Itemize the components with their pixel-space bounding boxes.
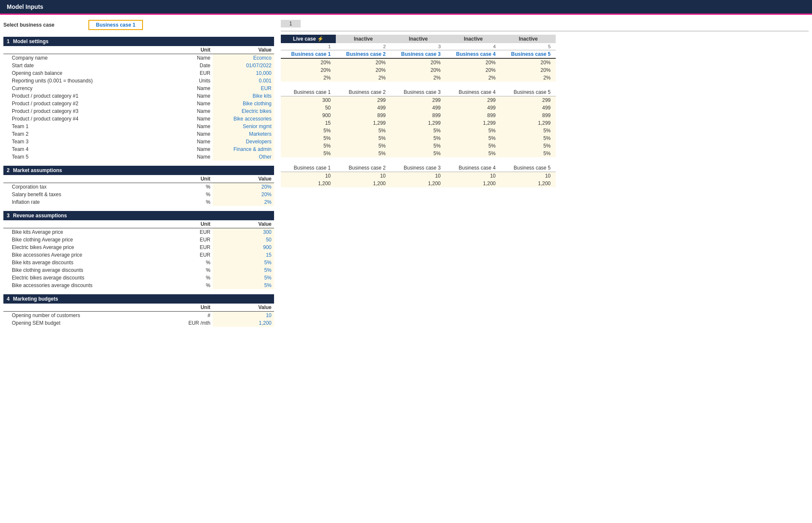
market-cell[interactable]: 2% bbox=[501, 74, 556, 82]
revenue-cell[interactable]: 899 bbox=[501, 112, 556, 119]
col-header-label bbox=[3, 46, 169, 54]
revenue-cell[interactable]: 50 bbox=[281, 104, 336, 112]
main-content: Select business case Business case 1 1 M… bbox=[0, 15, 812, 337]
revenue-cell[interactable]: 299 bbox=[391, 96, 446, 104]
marketing-cell[interactable]: 1,200 bbox=[501, 180, 556, 187]
market-cell[interactable]: 2% bbox=[281, 74, 336, 82]
marketing-cell[interactable]: 1,200 bbox=[391, 180, 446, 187]
revenue-cell[interactable]: 499 bbox=[336, 104, 391, 112]
row-value[interactable]: 900 bbox=[213, 244, 274, 251]
section-1-block: 1 Model settings Unit Value Company name… bbox=[3, 37, 274, 161]
page-title: Model Inputs bbox=[7, 3, 805, 10]
revenue-cell[interactable]: 300 bbox=[281, 96, 336, 104]
row-value[interactable]: Other bbox=[213, 153, 274, 161]
revenue-cell[interactable]: 1,299 bbox=[391, 119, 446, 127]
revenue-cell[interactable]: 5% bbox=[336, 142, 391, 150]
row-value[interactable]: 0.001 bbox=[213, 77, 274, 85]
marketing-cell[interactable]: 1,200 bbox=[336, 180, 391, 187]
revenue-cell[interactable]: 5% bbox=[281, 127, 336, 134]
section-3-title: Revenue assumptions bbox=[13, 213, 67, 219]
rev-case-1: Business case 1 bbox=[281, 88, 336, 96]
market-cell[interactable]: 20% bbox=[446, 66, 501, 74]
revenue-cell[interactable]: 5% bbox=[501, 127, 556, 134]
row-value[interactable]: Bike accessories bbox=[213, 115, 274, 123]
business-case-button[interactable]: Business case 1 bbox=[88, 20, 143, 30]
revenue-cell[interactable]: 5% bbox=[446, 127, 501, 134]
market-cell[interactable]: 20% bbox=[501, 66, 556, 74]
row-value[interactable]: Ecomco bbox=[213, 54, 274, 62]
revenue-cell[interactable]: 5% bbox=[391, 134, 446, 142]
row-value[interactable]: Marketers bbox=[213, 130, 274, 138]
revenue-cell[interactable]: 899 bbox=[336, 112, 391, 119]
row-value[interactable]: 2% bbox=[213, 198, 274, 206]
row-value[interactable]: 20% bbox=[213, 191, 274, 198]
revenue-cell[interactable]: 899 bbox=[446, 112, 501, 119]
market-cell[interactable]: 2% bbox=[336, 74, 391, 82]
row-value[interactable]: 5% bbox=[213, 282, 274, 289]
row-value[interactable]: 5% bbox=[213, 274, 274, 282]
marketing-cell[interactable]: 10 bbox=[501, 172, 556, 180]
market-cell[interactable]: 2% bbox=[446, 74, 501, 82]
revenue-cell[interactable]: 499 bbox=[391, 104, 446, 112]
row-value[interactable]: 5% bbox=[213, 259, 274, 266]
revenue-cell[interactable]: 5% bbox=[281, 142, 336, 150]
row-unit: Name bbox=[169, 54, 213, 62]
marketing-cell[interactable]: 1,200 bbox=[446, 180, 501, 187]
revenue-cell[interactable]: 5% bbox=[281, 150, 336, 157]
row-value[interactable]: 20% bbox=[213, 183, 274, 191]
revenue-cell[interactable]: 5% bbox=[391, 127, 446, 134]
revenue-cell[interactable]: 5% bbox=[501, 150, 556, 157]
revenue-cell[interactable]: 5% bbox=[446, 150, 501, 157]
market-cell[interactable]: 20% bbox=[391, 58, 446, 66]
row-value[interactable]: EUR bbox=[213, 85, 274, 92]
row-value[interactable]: 10 bbox=[213, 312, 274, 320]
row-value[interactable]: 15 bbox=[213, 251, 274, 259]
row-value[interactable]: Developers bbox=[213, 138, 274, 145]
revenue-cell[interactable]: 499 bbox=[446, 104, 501, 112]
revenue-cell[interactable]: 5% bbox=[336, 150, 391, 157]
market-cell[interactable]: 20% bbox=[281, 66, 336, 74]
revenue-cell[interactable]: 5% bbox=[336, 127, 391, 134]
marketing-cell[interactable]: 1,200 bbox=[281, 180, 336, 187]
row-value[interactable]: Senior mgmt bbox=[213, 123, 274, 130]
row-value[interactable]: 300 bbox=[213, 228, 274, 236]
row-value[interactable]: Electric bikes bbox=[213, 107, 274, 115]
revenue-cell[interactable]: 15 bbox=[281, 119, 336, 127]
row-value[interactable]: Bike kits bbox=[213, 92, 274, 100]
revenue-cell[interactable]: 5% bbox=[446, 134, 501, 142]
revenue-cell[interactable]: 5% bbox=[501, 142, 556, 150]
revenue-cell[interactable]: 5% bbox=[281, 134, 336, 142]
revenue-cell[interactable]: 299 bbox=[336, 96, 391, 104]
revenue-cell[interactable]: 900 bbox=[281, 112, 336, 119]
row-value[interactable]: Finance & admin bbox=[213, 145, 274, 153]
revenue-cell[interactable]: 1,299 bbox=[336, 119, 391, 127]
revenue-cell[interactable]: 1,299 bbox=[446, 119, 501, 127]
row-value[interactable]: Bike clothing bbox=[213, 100, 274, 107]
market-cell[interactable]: 20% bbox=[391, 66, 446, 74]
row-value[interactable]: 50 bbox=[213, 236, 274, 244]
row-value[interactable]: 5% bbox=[213, 266, 274, 274]
market-cell[interactable]: 20% bbox=[446, 58, 501, 66]
revenue-cell[interactable]: 299 bbox=[446, 96, 501, 104]
marketing-cell[interactable]: 10 bbox=[446, 172, 501, 180]
revenue-cell[interactable]: 499 bbox=[501, 104, 556, 112]
market-cell[interactable]: 20% bbox=[336, 66, 391, 74]
row-value[interactable]: 1,200 bbox=[213, 319, 274, 327]
revenue-cell[interactable]: 299 bbox=[501, 96, 556, 104]
revenue-cell[interactable]: 5% bbox=[446, 142, 501, 150]
market-cell[interactable]: 20% bbox=[336, 58, 391, 66]
row-value[interactable]: 01/07/2022 bbox=[213, 62, 274, 69]
revenue-cell[interactable]: 899 bbox=[391, 112, 446, 119]
revenue-cell[interactable]: 5% bbox=[336, 134, 391, 142]
market-cell[interactable]: 20% bbox=[501, 58, 556, 66]
marketing-cell[interactable]: 10 bbox=[391, 172, 446, 180]
revenue-cell[interactable]: 5% bbox=[391, 150, 446, 157]
revenue-cell[interactable]: 5% bbox=[391, 142, 446, 150]
market-cell[interactable]: 2% bbox=[391, 74, 446, 82]
marketing-cell[interactable]: 10 bbox=[281, 172, 336, 180]
revenue-cell[interactable]: 1,299 bbox=[501, 119, 556, 127]
marketing-cell[interactable]: 10 bbox=[336, 172, 391, 180]
revenue-cell[interactable]: 5% bbox=[501, 134, 556, 142]
row-value[interactable]: 10,000 bbox=[213, 69, 274, 77]
market-cell[interactable]: 20% bbox=[281, 58, 336, 66]
